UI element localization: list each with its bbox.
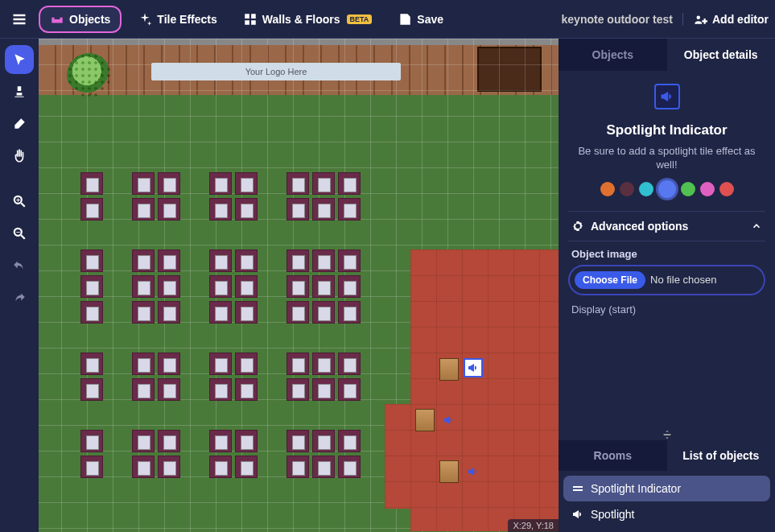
chair — [209, 250, 232, 272]
tree-decoration — [67, 53, 111, 97]
map-canvas[interactable]: Your Logo Here X:29, Y:18 — [39, 39, 559, 532]
chair — [312, 353, 335, 375]
list-item-label: Spotlight — [591, 508, 634, 521]
chair — [338, 275, 361, 298]
chair — [132, 172, 155, 195]
sparkle-icon — [138, 12, 152, 27]
chair — [235, 172, 258, 195]
chair — [312, 250, 335, 272]
tab-object-details[interactable]: Object details — [667, 39, 776, 71]
podium — [439, 460, 459, 483]
chair — [338, 250, 361, 272]
nav-walls-floors[interactable]: Walls & Floors BETA — [233, 7, 382, 31]
tab-list-of-objects[interactable]: List of objects — [667, 440, 776, 471]
file-status: No file chosen — [650, 274, 716, 286]
object-image-label: Object image — [568, 241, 765, 265]
color-swatch[interactable] — [620, 182, 634, 196]
chair — [312, 378, 335, 401]
eraser-tool[interactable] — [5, 109, 34, 138]
hand-tool[interactable] — [5, 142, 34, 171]
stage-floor — [410, 250, 559, 531]
advanced-options-toggle[interactable]: Advanced options — [568, 211, 765, 241]
chair — [287, 378, 309, 401]
stamp-icon — [12, 85, 27, 99]
bullhorn-icon — [571, 508, 584, 521]
chair — [287, 353, 309, 375]
hand-icon — [12, 149, 27, 163]
chair — [158, 275, 180, 298]
display-start-label: Display (start) — [568, 303, 765, 315]
chair — [287, 172, 309, 195]
chair — [158, 172, 180, 195]
coordinates-readout: X:29, Y:18 — [508, 519, 559, 532]
chair — [312, 172, 335, 195]
chair — [132, 378, 155, 401]
color-swatch[interactable] — [658, 180, 676, 198]
chair — [209, 353, 232, 375]
eraser-icon — [12, 117, 27, 131]
color-swatch[interactable] — [719, 182, 734, 196]
save-button[interactable]: Save — [388, 7, 453, 31]
stage-floor-2 — [385, 404, 417, 509]
chair — [158, 430, 180, 452]
spotlight-icon[interactable] — [439, 410, 459, 430]
zoom-out-tool[interactable] — [5, 219, 34, 248]
chair — [209, 378, 232, 401]
chevron-up-icon — [751, 221, 762, 232]
nav-objects-label: Objects — [69, 13, 110, 26]
add-editor-button[interactable]: Add editor — [693, 12, 769, 27]
chair — [235, 250, 258, 272]
color-swatch[interactable] — [639, 182, 653, 196]
chair — [209, 198, 232, 221]
spotlight-indicator-selected[interactable] — [464, 358, 483, 377]
chair — [338, 430, 361, 452]
chair — [338, 301, 361, 324]
chair — [132, 250, 155, 272]
chair — [287, 275, 309, 298]
zoom-in-tool[interactable] — [5, 187, 34, 216]
color-swatch[interactable] — [681, 182, 695, 196]
couch-icon — [50, 12, 64, 27]
redo-icon — [12, 291, 27, 305]
zoom-in-icon — [12, 194, 27, 208]
chair — [132, 198, 155, 221]
chair — [235, 456, 258, 478]
tab-rooms[interactable]: Rooms — [559, 440, 667, 471]
choose-file-button[interactable]: Choose File — [575, 271, 645, 289]
select-tool[interactable] — [5, 45, 34, 74]
chair — [312, 301, 335, 324]
chair — [132, 275, 155, 298]
hamburger-menu[interactable] — [6, 6, 32, 32]
color-swatch[interactable] — [600, 182, 615, 196]
list-item[interactable]: Spotlight — [563, 501, 770, 527]
chair — [209, 430, 232, 452]
advanced-options-label: Advanced options — [591, 220, 688, 233]
color-swatch[interactable] — [700, 182, 715, 196]
podium — [439, 358, 459, 381]
list-item[interactable]: Spotlight Indicator — [563, 476, 770, 501]
nav-tile-effects[interactable]: Tile Effects — [128, 7, 226, 31]
chair — [80, 250, 103, 272]
file-input-row[interactable]: Choose File No file chosen — [568, 265, 765, 295]
object-description: Be sure to add a spotlight tile effect a… — [568, 145, 765, 172]
chair — [209, 172, 232, 195]
nav-objects[interactable]: Objects — [39, 6, 122, 33]
spotlight-icon[interactable] — [464, 462, 483, 481]
chair — [80, 172, 103, 195]
person-plus-icon — [693, 12, 707, 27]
chair — [338, 353, 361, 375]
cursor-icon — [12, 52, 27, 67]
object-preview — [654, 84, 680, 109]
chair — [338, 172, 361, 195]
tab-objects[interactable]: Objects — [559, 39, 667, 71]
chair — [338, 456, 361, 478]
chair — [287, 250, 309, 272]
undo-tool[interactable] — [5, 251, 34, 280]
panel-resize-handle[interactable] — [559, 429, 775, 440]
save-label: Save — [417, 13, 443, 26]
save-icon — [398, 12, 412, 27]
redo-tool[interactable] — [5, 283, 34, 312]
chair — [235, 378, 258, 401]
stamp-tool[interactable] — [5, 77, 34, 106]
chair — [312, 456, 335, 478]
